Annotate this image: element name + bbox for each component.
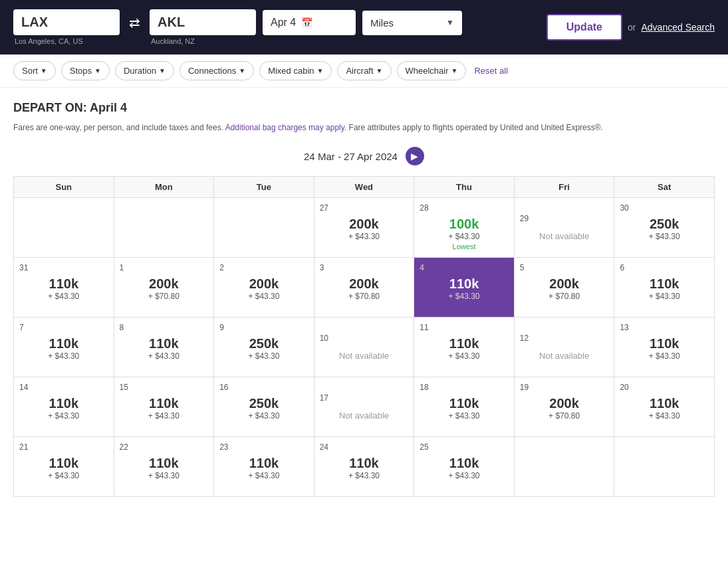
origin-input[interactable] <box>13 9 120 35</box>
chevron-down-icon: ▼ <box>446 18 454 27</box>
fee-value: + $43.30 <box>620 292 709 301</box>
wheelchair-filter[interactable]: Wheelchair ▼ <box>397 61 467 80</box>
mixed-cabin-label: Mixed cabin <box>268 66 314 76</box>
miles-value: 200k <box>219 276 308 292</box>
calendar-cell[interactable]: 12Not available <box>514 318 614 377</box>
fee-value: + $43.30 <box>120 411 209 421</box>
calendar-cell[interactable]: 16250k+ $43.30 <box>214 377 314 437</box>
calendar-cell[interactable]: 3200k+ $70.80 <box>314 258 414 318</box>
destination-label: Auckland, NZ <box>150 37 256 45</box>
date-number: 4 <box>420 263 509 272</box>
fee-value: + $43.30 <box>120 471 209 480</box>
col-tue: Tue <box>214 177 314 198</box>
date-number: 20 <box>620 383 709 392</box>
fee-value: + $43.30 <box>420 351 509 361</box>
reset-all-link[interactable]: Reset all <box>474 66 508 76</box>
date-number: 8 <box>120 323 209 332</box>
fee-value: + $43.30 <box>219 471 308 480</box>
fee-value: + $43.30 <box>420 411 509 421</box>
not-available-text: Not available <box>320 351 409 361</box>
miles-value: 200k <box>320 276 409 292</box>
mixed-cabin-filter[interactable]: Mixed cabin ▼ <box>259 61 332 80</box>
fee-value: + $70.80 <box>520 292 609 301</box>
calendar-cell[interactable]: 5200k+ $70.80 <box>514 258 614 318</box>
origin-group: Los Angeles, CA, US <box>13 9 120 45</box>
stops-label: Stops <box>70 66 92 76</box>
calendar-cell[interactable]: 11110k+ $43.30 <box>414 318 515 377</box>
sort-filter[interactable]: Sort ▼ <box>13 61 56 80</box>
miles-value: 110k <box>420 336 509 351</box>
cabin-selector[interactable]: Miles ▼ <box>362 11 462 35</box>
calendar-cell[interactable]: 23110k+ $43.30 <box>214 437 314 497</box>
date-number: 17 <box>320 393 409 403</box>
calendar-cell[interactable]: 6110k+ $43.30 <box>614 258 715 318</box>
wheelchair-chevron-icon: ▼ <box>451 67 458 74</box>
calendar-cell[interactable]: 24110k+ $43.30 <box>314 437 414 497</box>
calendar-cell[interactable]: 21110k+ $43.30 <box>14 437 114 497</box>
cal-nav-next[interactable]: ▶ <box>406 147 424 165</box>
date-number: 27 <box>320 203 409 213</box>
fee-value: + $43.30 <box>19 351 108 361</box>
date-number: 7 <box>19 323 108 332</box>
calendar-cell[interactable]: 29Not available <box>514 198 614 258</box>
miles-value: 110k <box>620 396 709 411</box>
miles-value: 110k <box>420 456 509 471</box>
date-number: 9 <box>219 323 308 332</box>
calendar-cell[interactable]: 22110k+ $43.30 <box>114 437 214 497</box>
calendar-cell[interactable]: 17Not available <box>314 377 414 437</box>
miles-value: 110k <box>219 456 308 471</box>
fee-value: + $70.80 <box>120 292 209 301</box>
calendar-cell[interactable]: 7110k+ $43.30 <box>14 318 114 377</box>
connections-filter[interactable]: Connections ▼ <box>180 61 254 80</box>
calendar-cell[interactable]: 9250k+ $43.30 <box>214 318 314 377</box>
miles-value: 100k <box>420 217 509 232</box>
calendar-cell[interactable]: 8110k+ $43.30 <box>114 318 214 377</box>
fee-value: + $43.30 <box>219 411 308 421</box>
calendar-cell[interactable]: 27200k+ $43.30 <box>314 198 414 258</box>
calendar-cell[interactable]: 25110k+ $43.30 <box>414 437 515 497</box>
fare-note-link[interactable]: Additional bag charges may apply. <box>225 123 347 132</box>
calendar-cell[interactable]: 13110k+ $43.30 <box>614 318 715 377</box>
miles-value: 200k <box>320 217 409 232</box>
advanced-search-link[interactable]: Advanced Search <box>641 22 715 33</box>
calendar-cell <box>114 198 214 258</box>
fare-note-suffix: Fare attributes apply to flights operate… <box>349 123 595 132</box>
swap-button[interactable]: ⇄ <box>126 12 143 33</box>
miles-value: 110k <box>620 276 709 292</box>
destination-group: Auckland, NZ <box>150 9 256 45</box>
calendar-cell[interactable]: 2200k+ $43.30 <box>214 258 314 318</box>
stops-filter[interactable]: Stops ▼ <box>61 61 110 80</box>
calendar-cell[interactable]: 19200k+ $70.80 <box>514 377 614 437</box>
header: Los Angeles, CA, US ⇄ Auckland, NZ Apr 4… <box>0 0 728 54</box>
aircraft-filter[interactable]: Aircraft ▼ <box>337 61 391 80</box>
fee-value: + $43.30 <box>420 471 509 480</box>
fee-value: + $43.30 <box>19 411 108 421</box>
date-number: 31 <box>19 263 108 272</box>
date-number: 6 <box>620 263 709 272</box>
calendar-cell[interactable]: 18110k+ $43.30 <box>414 377 515 437</box>
duration-filter[interactable]: Duration ▼ <box>115 61 174 80</box>
calendar-cell[interactable]: 15110k+ $43.30 <box>114 377 214 437</box>
sort-chevron-icon: ▼ <box>41 67 47 74</box>
calendar-cell <box>14 198 114 258</box>
calendar-cell[interactable]: 14110k+ $43.30 <box>14 377 114 437</box>
date-picker[interactable]: Apr 4 📅 <box>263 10 356 35</box>
date-number: 21 <box>19 442 108 452</box>
calendar-cell[interactable]: 30250k+ $43.30 <box>614 198 715 258</box>
cal-range-label: 24 Mar - 27 Apr 2024 <box>304 151 398 162</box>
wheelchair-label: Wheelchair <box>406 66 449 76</box>
calendar-cell[interactable]: 28100k+ $43.30Lowest <box>414 198 515 258</box>
calendar-cell[interactable]: 31110k+ $43.30 <box>14 258 114 318</box>
destination-input[interactable] <box>150 9 256 35</box>
miles-value: 200k <box>520 276 609 292</box>
miles-value: 110k <box>320 456 409 471</box>
fare-note: Fares are one-way, per person, and inclu… <box>13 122 715 134</box>
calendar-cell[interactable]: 20110k+ $43.30 <box>614 377 715 437</box>
calendar-cell[interactable]: 10Not available <box>314 318 414 377</box>
calendar-cell[interactable]: 4110k+ $43.30 <box>414 258 515 318</box>
fee-value: + $43.30 <box>620 232 709 241</box>
fee-value: + $43.30 <box>219 351 308 361</box>
date-number: 11 <box>420 323 509 332</box>
update-button[interactable]: Update <box>546 14 622 41</box>
calendar-cell[interactable]: 1200k+ $70.80 <box>114 258 214 318</box>
